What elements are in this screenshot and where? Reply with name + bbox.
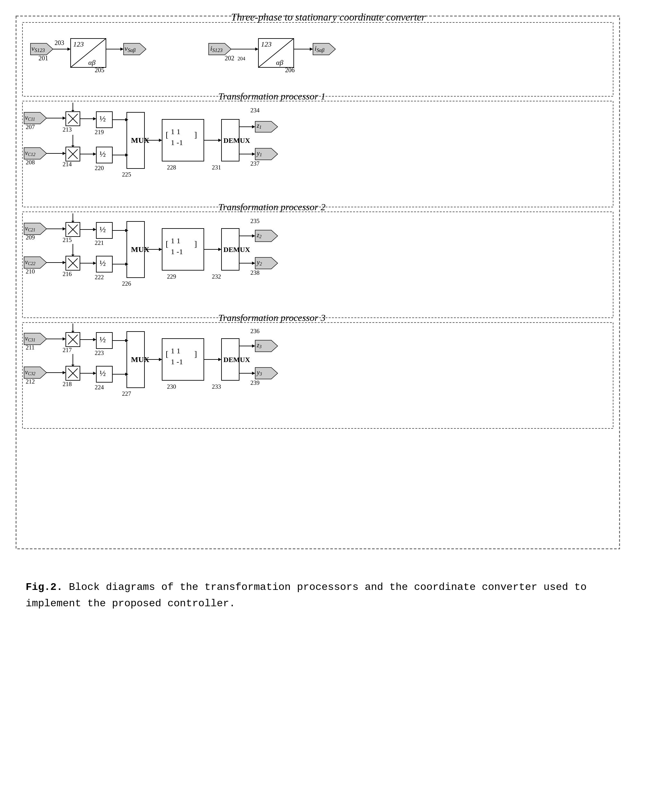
matrix-tp2-r2: 1 -1 [171,247,183,256]
ref-227: 227 [122,390,131,397]
ref-220: 220 [95,165,104,171]
coord-converter-label: Three-phase to stationary coordinate con… [231,13,426,23]
fig-num: 2. [50,581,63,593]
arr-vc21 [63,227,66,230]
block1-top-label: 123 [73,40,84,48]
arr-vc22 [63,261,66,264]
ref-204: 204 [238,56,245,61]
ref-225: 225 [122,171,131,178]
arr-mult1-half1 [93,117,96,121]
matrix-tp1-rbr: ] [194,130,197,139]
ref-216: 216 [63,270,72,277]
arr-matrix-demux-tp1 [218,139,222,142]
ref-234: 234 [251,107,260,114]
ref-219: 219 [95,129,104,136]
ref-231: 231 [212,164,221,171]
ref-217: 217 [63,346,72,353]
ref-239: 239 [251,379,260,386]
half1-tp2-label: ½ [99,225,106,234]
arr-mult1-half1-tp2 [93,228,96,231]
arr-matrix-demux-tp2 [218,248,222,251]
matrix-tp1-r1: 1 1 [171,127,180,136]
ref-233: 233 [212,383,221,390]
ref-213: 213 [63,126,72,133]
arr-demux-z1 [252,125,255,128]
ref-201: 201 [38,55,48,62]
ref-205: 205 [95,66,104,73]
matrix-tp1-content: [ [166,130,168,139]
ref-209: 209 [26,234,35,241]
matrix-tp1 [162,119,204,161]
block1-bottom-label: αβ [88,58,96,66]
half1-tp3-label: ½ [99,335,106,344]
matrix-tp3-r1: 1 1 [171,346,180,355]
ref-235: 235 [251,218,260,224]
arrow-block1-out [121,47,124,51]
diagram-svg: Three-phase to stationary coordinate con… [13,13,623,552]
arr-demux-y3 [252,372,255,375]
tp1-label: Transformation processor 1 [218,91,326,101]
demux-tp1-label: DEMUX [223,136,250,144]
matrix-tp3-rbr: ] [194,349,197,359]
ref-206: 206 [285,66,295,73]
block2-top-label: 123 [261,40,272,48]
ref-215: 215 [63,237,72,243]
ref-218: 218 [63,381,72,388]
arr-mult2-half2 [93,153,96,156]
matrix-tp3-lbr: [ [166,349,168,359]
arr-mux-matrix-tp2 [159,248,162,251]
ref-221: 221 [95,240,104,246]
arr-vc12 [63,152,66,155]
ref-228: 228 [167,164,176,171]
matrix-tp3 [162,339,204,380]
ref-238: 238 [251,269,260,276]
ref-203: 203 [55,39,64,46]
arr-mult2-half2-tp2 [93,262,96,265]
matrix-tp2-lbr: [ [166,239,168,249]
arr-vc31 [63,337,66,340]
tp3-label: Transformation processor 3 [218,312,326,323]
demux-tp3-label: DEMUX [223,356,250,364]
fig-label: Fig. [26,581,50,593]
arrow-is123 [255,47,258,51]
ref-222: 222 [95,274,104,281]
ref-232: 232 [212,273,221,280]
arr-demux-z2 [252,234,255,238]
ref-214: 214 [63,161,72,168]
arr-demux-y2 [252,262,255,265]
ref-212: 212 [26,378,35,385]
matrix-tp3-r2: 1 -1 [171,357,183,366]
half2-tp2-label: ½ [99,258,106,268]
ref-230: 230 [167,383,176,390]
ref-208: 208 [26,159,35,166]
matrix-tp2-r1: 1 1 [171,237,180,245]
ref-224: 224 [95,384,104,391]
demux-tp2-label: DEMUX [223,246,250,253]
arrow-block2-out [310,47,313,51]
ref-229: 229 [167,273,176,280]
tp2-label: Transformation processor 2 [218,201,326,212]
matrix-tp2-rbr: ] [194,239,197,249]
ref-236: 236 [251,328,260,334]
main-diagram: Three-phase to stationary coordinate con… [13,13,642,553]
arr-vc11 [63,116,66,120]
ref-202: 202 [225,55,234,62]
ref-226: 226 [122,280,131,287]
arr-vc32 [63,371,66,374]
half2-label: ½ [99,149,106,159]
half2-tp3-label: ½ [99,368,106,378]
block2-bottom-label: αβ [276,58,283,66]
arr-mult2-half2-tp3 [93,372,96,375]
matrix-tp1-r2: 1 -1 [171,138,183,147]
arr-mult1-half1-tp3 [93,338,96,341]
ref-210: 210 [26,268,35,275]
page-container: Three-phase to stationary coordinate con… [13,13,642,618]
svg-rect-1 [23,23,613,96]
arr-mux-matrix-tp1 [159,139,162,142]
arr-mux-matrix-tp3 [159,358,162,361]
ref-223: 223 [95,350,104,356]
arr-demux-y1 [252,153,255,156]
ref-211: 211 [26,344,35,351]
figure-caption: Fig.2. Block diagrams of the transformat… [13,572,642,618]
arr-matrix-demux-tp3 [218,358,222,361]
